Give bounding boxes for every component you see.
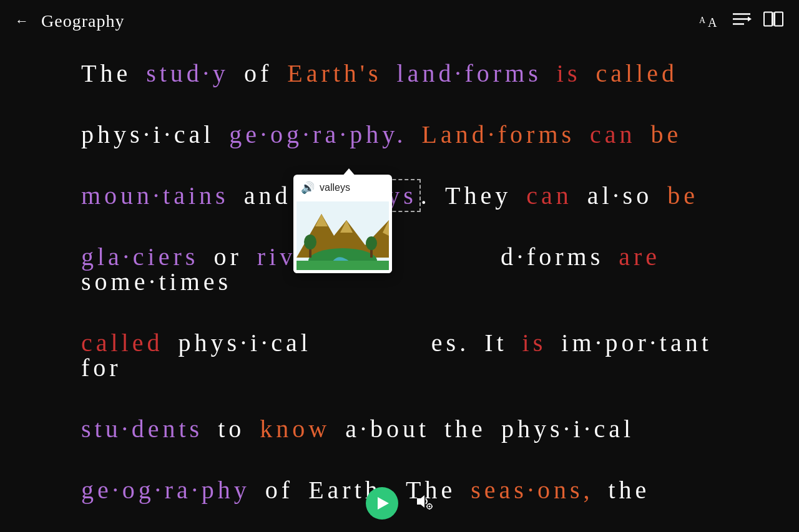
font-size-icon[interactable]: A A (699, 11, 720, 32)
tooltip-audio-icon[interactable]: 🔊 (301, 181, 315, 195)
word: called (581, 59, 678, 87)
svg-rect-6 (764, 12, 772, 26)
word: stud·y (146, 59, 229, 87)
svg-text:A: A (699, 16, 706, 25)
tooltip-word: valleys (320, 182, 350, 193)
bottom-bar (366, 487, 433, 520)
word: some·times (81, 268, 232, 296)
text-line-5: called phys·i·cal es. It is im·por·tant … (81, 331, 718, 380)
word: be (667, 181, 699, 210)
svg-point-19 (366, 236, 377, 250)
tooltip-header: 🔊 valleys (293, 175, 392, 198)
audio-settings-button[interactable] (413, 491, 433, 516)
page-title: Geography (41, 11, 124, 31)
word: called (81, 329, 164, 357)
header: ← Geography A A (0, 0, 799, 42)
svg-rect-15 (297, 261, 389, 270)
tooltip-caret (341, 168, 356, 177)
word: stu·dents (81, 415, 203, 443)
word: gla·ciers (81, 243, 199, 271)
word: to (203, 415, 260, 443)
word: is (542, 59, 581, 87)
word: know (260, 415, 330, 443)
word: can (575, 120, 636, 148)
play-button[interactable] (366, 487, 398, 520)
word: phys·i·cal (164, 329, 311, 357)
text-line-1: The stud·y of Earth's land·forms is call… (81, 61, 718, 86)
word: seas·ons, (471, 476, 593, 504)
svg-point-17 (304, 235, 316, 249)
word: moun·tains (81, 181, 229, 210)
svg-marker-20 (417, 495, 424, 508)
word: ge·og·ra·phy (81, 476, 250, 504)
tooltip-image (293, 198, 392, 273)
word: Land·forms (407, 120, 576, 148)
word: be (636, 120, 682, 148)
word: are (619, 243, 660, 271)
word: is (522, 329, 547, 357)
back-button[interactable]: ← (15, 13, 29, 29)
word: ge·og·ra·phy. (214, 120, 406, 148)
word: the (593, 476, 650, 504)
book-icon[interactable] (763, 11, 784, 32)
word: The (81, 59, 146, 87)
word: can (526, 181, 572, 210)
header-icons: A A (699, 11, 784, 32)
word: al·so (572, 181, 667, 210)
svg-point-22 (429, 505, 431, 507)
text-lines-icon[interactable] (732, 11, 752, 32)
word: of Earth. The (250, 476, 471, 504)
word: land·forms (382, 59, 542, 87)
text-line-2: phys·i·cal ge·og·ra·phy. Land·forms can … (81, 122, 718, 147)
word: or (199, 243, 257, 271)
text-line-3: moun·tains and val·leys. They can al·so … (81, 183, 718, 208)
word: phys·i·cal (81, 120, 214, 148)
main-content: The stud·y of Earth's land·forms is call… (0, 42, 799, 532)
word: of (229, 59, 287, 87)
text-line-4: gla·ciers or riv·e d·forms are some·time… (81, 244, 718, 294)
tooltip-popup: 🔊 valleys (293, 175, 392, 273)
word: Earth's (287, 59, 381, 87)
word: a·bout the phys·i·cal (330, 415, 634, 443)
word: . They (421, 181, 526, 210)
svg-marker-5 (748, 17, 752, 22)
svg-rect-7 (775, 12, 783, 26)
svg-text:A: A (708, 16, 717, 28)
text-line-6: stu·dents to know a·bout the phys·i·cal (81, 417, 718, 442)
word: es. It (311, 329, 522, 357)
